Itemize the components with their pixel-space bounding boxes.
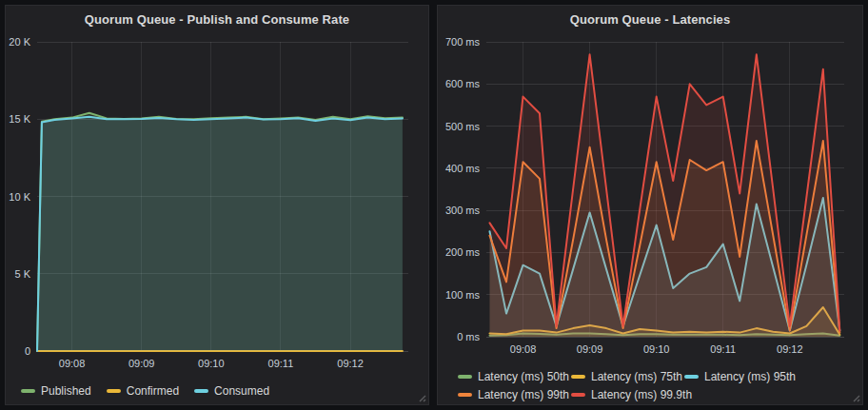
y-axis-tick-label: 400 ms — [438, 163, 480, 175]
legend-swatch-icon — [571, 375, 585, 379]
x-axis-tick-label: 09:11 — [695, 343, 752, 356]
y-axis-tick-label: 200 ms — [438, 246, 480, 259]
legend-item-consumed[interactable]: Consumed — [194, 384, 269, 398]
legend-swatch-icon — [21, 389, 35, 393]
legend-label: Latency (ms) 99.9th — [591, 388, 692, 401]
y-axis-tick-label: 600 ms — [438, 78, 480, 90]
legend-item-confirmed[interactable]: Confirmed — [107, 384, 179, 398]
x-axis-tick-label: 09:09 — [113, 358, 170, 370]
legend-label: Latency (ms) 75th — [591, 370, 682, 383]
panel-resize-handle-icon[interactable] — [417, 393, 426, 402]
y-axis-tick-label: 10 K — [6, 191, 30, 204]
legend-item-published[interactable]: Published — [21, 384, 91, 398]
y-axis-tick-label: 0 — [6, 345, 30, 358]
legend-item-latency-ms-95th[interactable]: Latency (ms) 95th — [684, 370, 796, 383]
series-fill-Consumed — [37, 117, 403, 351]
x-axis-tick-label: 09:10 — [628, 343, 685, 356]
legend-label: Latency (ms) 99th — [478, 388, 569, 401]
y-axis-tick-label: 15 K — [6, 113, 30, 126]
publish-consume-rate-chart — [37, 42, 408, 351]
x-axis-tick-label: 09:12 — [322, 358, 379, 370]
legend-label: Latency (ms) 50th — [478, 370, 569, 383]
y-axis-tick-label: 0 ms — [438, 331, 480, 343]
panel-header[interactable]: Quorum Queue - Publish and Consume Rate — [6, 6, 428, 32]
legend-item-latency-ms-75th[interactable]: Latency (ms) 75th — [571, 370, 684, 383]
y-axis-tick-label: 300 ms — [438, 205, 480, 217]
panel-title[interactable]: Quorum Queue - Publish and Consume Rate — [85, 12, 349, 27]
legend-label: Published — [41, 384, 91, 398]
legend-swatch-icon — [458, 393, 472, 397]
legend-label: Consumed — [214, 384, 269, 398]
legend-item-latency-ms-99.9th[interactable]: Latency (ms) 99.9th — [571, 388, 684, 401]
legend-swatch-icon — [571, 393, 585, 397]
y-axis-tick-label: 700 ms — [438, 36, 480, 49]
legend-swatch-icon — [684, 375, 699, 379]
x-axis-tick-label: 09:12 — [761, 343, 819, 356]
x-axis-tick-label: 09:11 — [252, 358, 309, 370]
y-axis-tick-label: 100 ms — [438, 289, 480, 302]
legend-label: Latency (ms) 95th — [704, 370, 796, 383]
panel-publish-consume-rate: Quorum Queue - Publish and Consume Rate … — [5, 5, 429, 405]
x-axis-tick-label: 09:08 — [495, 343, 552, 356]
legend-swatch-icon — [458, 375, 472, 379]
legend-item-latency-ms-99th[interactable]: Latency (ms) 99th — [458, 388, 571, 401]
y-axis-tick-label: 500 ms — [438, 121, 480, 133]
panel-resize-handle-icon[interactable] — [851, 393, 860, 402]
x-axis-tick-label: 09:08 — [44, 358, 101, 370]
x-axis-tick-label: 09:10 — [183, 358, 240, 370]
latencies-chart — [486, 42, 844, 337]
y-axis-tick-label: 20 K — [6, 36, 30, 49]
panel-title[interactable]: Quorum Queue - Latencies — [570, 12, 731, 27]
legend-label: Confirmed — [127, 384, 179, 398]
panel-latencies: Quorum Queue - Latencies 0 ms100 ms200 m… — [437, 5, 863, 405]
legend: Latency (ms) 50thLatency (ms) 75thLatenc… — [458, 370, 796, 401]
y-axis-tick-label: 5 K — [6, 268, 30, 281]
legend-item-latency-ms-50th[interactable]: Latency (ms) 50th — [458, 370, 571, 383]
x-axis-tick-label: 09:09 — [562, 343, 619, 356]
panel-header[interactable]: Quorum Queue - Latencies — [438, 6, 862, 32]
legend-swatch-icon — [107, 389, 121, 393]
legend: PublishedConfirmedConsumed — [21, 384, 269, 398]
legend-swatch-icon — [194, 389, 208, 393]
